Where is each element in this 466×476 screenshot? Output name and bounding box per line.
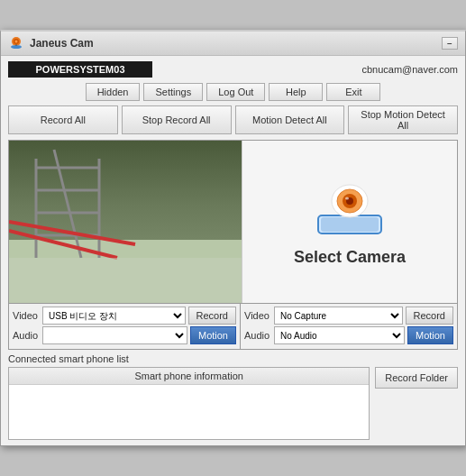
toolbar-row: Hidden Settings Log Out Help Exit bbox=[8, 83, 458, 101]
title-bar-left: Janeus Cam bbox=[8, 35, 94, 51]
svg-point-12 bbox=[345, 197, 349, 199]
top-row: POWERSYSTEM03 cbnucam@naver.com bbox=[8, 61, 458, 78]
record-folder-button[interactable]: Record Folder bbox=[375, 367, 458, 389]
hidden-button[interactable]: Hidden bbox=[86, 83, 141, 101]
left-record-button[interactable]: Record bbox=[188, 307, 236, 325]
left-controls: Video USB 비디오 장치 Record Audio Motion bbox=[8, 304, 241, 350]
left-video-line: Video USB 비디오 장치 Record bbox=[13, 307, 236, 325]
phone-info-header: Smart phone information bbox=[9, 368, 369, 385]
actions-row: Record All Stop Record All Motion Detect… bbox=[8, 105, 458, 134]
motion-detect-all-button[interactable]: Motion Detect All bbox=[235, 105, 345, 134]
settings-button[interactable]: Settings bbox=[143, 83, 203, 101]
left-audio-line: Audio Motion bbox=[13, 326, 236, 344]
email-display: cbnucam@naver.com bbox=[361, 64, 458, 75]
right-audio-select[interactable]: No Audio bbox=[274, 326, 405, 344]
svg-point-2 bbox=[15, 41, 18, 43]
right-motion-button[interactable]: Motion bbox=[407, 326, 453, 344]
right-audio-line: Audio No Audio Motion bbox=[244, 326, 453, 344]
right-audio-label: Audio bbox=[244, 330, 271, 341]
minimize-button[interactable]: − bbox=[442, 37, 458, 50]
right-controls: Video No Capture Record Audio No Audio M… bbox=[241, 304, 458, 350]
help-button[interactable]: Help bbox=[269, 83, 323, 101]
stop-motion-detect-all-button[interactable]: Stop Motion Detect All bbox=[348, 105, 458, 134]
left-video-label: Video bbox=[13, 310, 40, 321]
app-icon bbox=[8, 35, 24, 51]
title-controls: − bbox=[442, 37, 458, 50]
phone-list: Smart phone information bbox=[8, 367, 370, 440]
camera-canvas bbox=[9, 141, 242, 303]
camera-feed bbox=[9, 141, 242, 303]
title-bar: Janeus Cam − bbox=[1, 32, 465, 56]
system-name: POWERSYSTEM03 bbox=[8, 61, 152, 78]
right-record-button[interactable]: Record bbox=[406, 307, 453, 325]
exit-button[interactable]: Exit bbox=[326, 83, 380, 101]
window-content: POWERSYSTEM03 cbnucam@naver.com Hidden S… bbox=[1, 56, 465, 445]
controls-row: Video USB 비디오 장치 Record Audio Motion bbox=[8, 304, 458, 350]
webcam-icon bbox=[314, 178, 386, 241]
left-audio-select[interactable] bbox=[42, 326, 187, 344]
left-motion-button[interactable]: Motion bbox=[190, 326, 236, 344]
left-audio-label: Audio bbox=[13, 330, 40, 341]
camera-area: Select Camera bbox=[8, 140, 458, 304]
phone-area: Smart phone information Record Folder bbox=[8, 367, 458, 440]
camera-right-panel: Select Camera bbox=[242, 141, 457, 303]
logout-button[interactable]: Log Out bbox=[206, 83, 265, 101]
phone-list-body bbox=[9, 385, 369, 439]
connected-label: Connected smart phone list bbox=[8, 353, 458, 364]
stop-record-all-button[interactable]: Stop Record All bbox=[122, 105, 232, 134]
app-title: Janeus Cam bbox=[30, 37, 94, 50]
bottom-section: Connected smart phone list Smart phone i… bbox=[8, 350, 458, 440]
camera-left bbox=[9, 141, 242, 303]
right-video-select[interactable]: No Capture bbox=[274, 307, 403, 325]
main-window: Janeus Cam − POWERSYSTEM03 cbnucam@naver… bbox=[0, 30, 466, 446]
svg-rect-6 bbox=[321, 217, 379, 232]
record-all-button[interactable]: Record All bbox=[8, 105, 118, 134]
right-video-label: Video bbox=[244, 310, 271, 321]
left-video-select[interactable]: USB 비디오 장치 bbox=[42, 307, 186, 325]
right-video-line: Video No Capture Record bbox=[244, 307, 453, 325]
select-camera-label: Select Camera bbox=[294, 248, 406, 267]
